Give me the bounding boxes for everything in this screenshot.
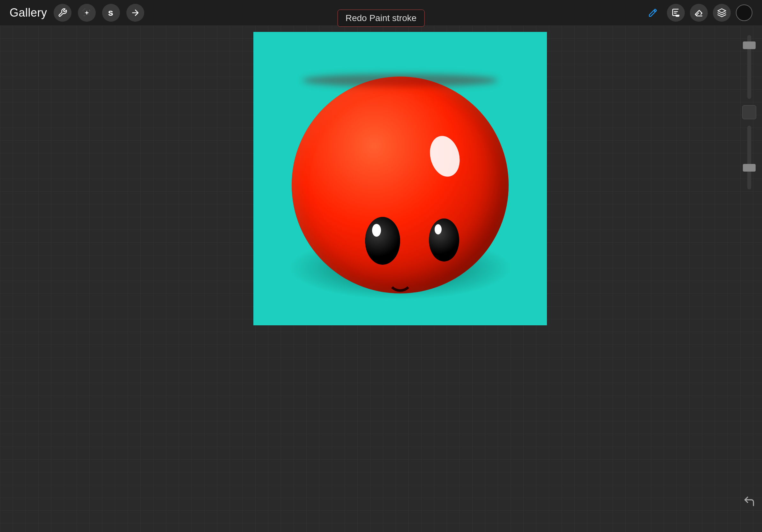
red-ball [292,77,509,294]
sketch-button[interactable]: S [102,4,120,22]
modifier-button[interactable] [742,105,756,119]
brush-button[interactable] [644,4,662,22]
transform-icon [130,8,140,18]
color-picker-button[interactable] [736,4,752,21]
eraser-icon [694,8,704,18]
layers-icon [717,8,726,18]
svg-text:S: S [108,9,113,17]
toolbar-right [644,4,752,22]
wrench-icon [58,8,67,18]
toolbar: Gallery S Redo Paint s [0,0,762,26]
ball-highlight [426,133,464,180]
toolbar-left: Gallery S [10,4,144,22]
brush-size-thumb[interactable] [743,41,756,49]
eye-left [365,217,400,265]
sketch-icon: S [106,8,116,18]
opacity-thumb[interactable] [743,164,756,171]
magic-wand-icon [82,8,92,18]
right-controls [736,26,762,532]
undo-icon [743,495,756,508]
smudge-button[interactable] [667,4,685,22]
brush-icon [648,8,658,18]
drawing-canvas[interactable] [253,32,547,325]
magic-wand-button[interactable] [78,4,96,22]
gallery-button[interactable]: Gallery [10,6,47,20]
tooltip-container: Redo Paint stroke [338,10,425,27]
smudge-icon [671,8,681,18]
wrench-button[interactable] [54,4,71,22]
canvas-wrapper [64,26,736,532]
eraser-button[interactable] [690,4,708,22]
transform-button[interactable] [126,4,144,22]
layers-button[interactable] [713,4,731,22]
eye-right [429,219,459,262]
undo-button[interactable] [741,493,758,510]
svg-marker-2 [718,9,726,13]
smile [387,279,413,292]
redo-tooltip: Redo Paint stroke [338,10,425,27]
brush-size-slider[interactable] [747,35,751,99]
opacity-slider[interactable] [747,126,751,189]
